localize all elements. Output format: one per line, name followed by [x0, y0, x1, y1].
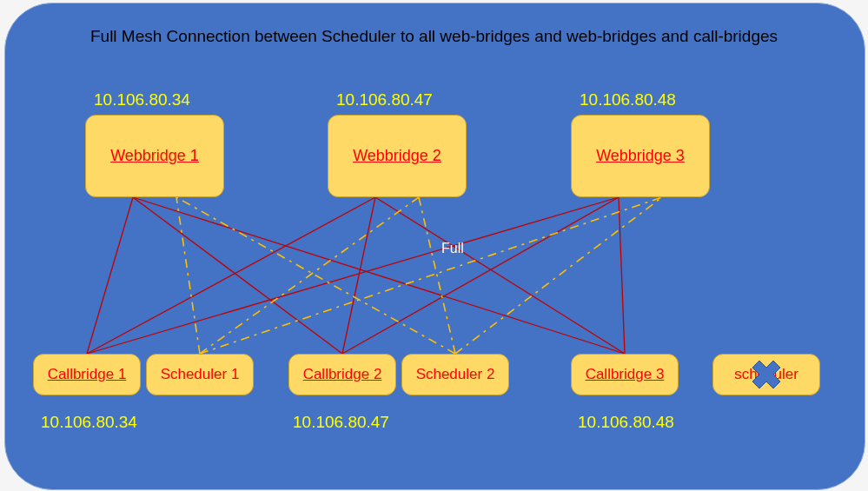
node-cb3: Callbridge 3 [571, 354, 679, 395]
ip-bottom-1: 10.106.80.47 [293, 413, 389, 432]
node-cb1: Callbridge 1 [33, 354, 141, 395]
node-wb1: Webbridge 1 [85, 115, 224, 197]
cross-icon [749, 357, 784, 392]
ip-bottom-2: 10.106.80.48 [578, 413, 674, 432]
ip-wb1: 10.106.80.34 [94, 90, 190, 109]
ip-wb2: 10.106.80.47 [336, 90, 433, 109]
node-wb3: Webbridge 3 [571, 115, 710, 197]
diagram-title: Full Mesh Connection between Scheduler t… [0, 27, 868, 46]
node-sch1: Scheduler 1 [146, 354, 254, 395]
node-cb2: Callbridge 2 [288, 354, 396, 395]
ip-wb3: 10.106.80.48 [580, 90, 676, 109]
ip-bottom-0: 10.106.80.34 [41, 413, 137, 432]
center-label: Full [441, 241, 464, 256]
node-sch2: Scheduler 2 [401, 354, 509, 395]
node-wb2: Webbridge 2 [328, 115, 467, 197]
